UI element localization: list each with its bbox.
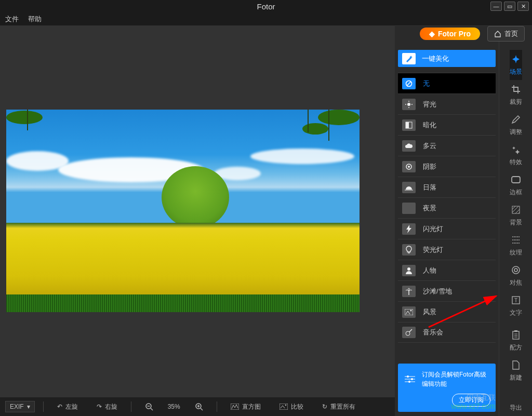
zoom-in-button[interactable]	[190, 400, 208, 413]
scene-item-backlight[interactable]: 背光	[398, 93, 496, 114]
svg-rect-56	[514, 330, 517, 332]
clipboard-icon	[510, 329, 522, 341]
window-minimize-button[interactable]: —	[490, 2, 502, 11]
svg-point-49	[518, 239, 520, 240]
svg-point-43	[515, 239, 516, 240]
rail-item-crop[interactable]: 裁剪	[510, 80, 522, 110]
rotate-left-button[interactable]: ↶ 左旋	[52, 400, 83, 413]
promo-card: 订阅会员解锁Fotor高级编辑功能 立即订阅	[398, 364, 496, 412]
top-right-bar: ◆ Fotor Pro 首页	[420, 26, 525, 42]
window-maximize-button[interactable]: ▭	[504, 2, 515, 11]
rail-item-label: 裁剪	[510, 98, 522, 106]
svg-point-31	[411, 378, 413, 380]
scene-item-label: 荧光灯	[423, 245, 443, 254]
scene-item-portrait[interactable]: 人物	[398, 260, 496, 280]
svg-point-9	[285, 405, 286, 406]
scene-item-fluorescent[interactable]: 荧光灯	[398, 239, 496, 260]
scene-item-none[interactable]: 无	[398, 73, 496, 93]
reset-button[interactable]: ↻ 重置所有	[317, 400, 361, 413]
zoom-group: 35%	[140, 400, 208, 413]
compare-button[interactable]: 比较	[274, 400, 309, 413]
rail-item-focus[interactable]: 对焦	[510, 261, 522, 291]
svg-point-51	[512, 266, 520, 274]
rail-item-label: 背景	[510, 218, 522, 227]
rail-item-adjust[interactable]: 调整	[510, 110, 522, 140]
workspace: EXIF ▾ ↶ 左旋 ↷ 右旋 35%	[0, 26, 532, 416]
rail-item-text[interactable]: T文字	[510, 291, 522, 321]
scene-item-label: 阴影	[423, 162, 436, 171]
rail-item-effect[interactable]: 特效	[510, 140, 522, 170]
scene-header-label: 一键美化	[422, 54, 449, 63]
rotate-right-button[interactable]: ↷ 右旋	[91, 400, 123, 413]
rail-item-label: 文字	[510, 308, 522, 317]
window-close-button[interactable]: ✕	[517, 2, 529, 11]
svg-point-50	[518, 243, 520, 244]
rail-item-label: 纹理	[510, 248, 522, 257]
pencil-icon	[510, 114, 522, 125]
scene-item-label: 沙滩/雪地	[423, 287, 452, 296]
scene-item-landscape[interactable]: 风景	[398, 301, 496, 322]
scene-header[interactable]: 一键美化	[398, 50, 496, 67]
menu-file[interactable]: 文件	[5, 15, 19, 24]
rail-item-label: 配方	[510, 343, 522, 352]
landscape-icon	[402, 306, 416, 318]
exif-button[interactable]: EXIF ▾	[5, 401, 35, 412]
svg-rect-34	[512, 177, 520, 183]
fotor-pro-button[interactable]: ◆ Fotor Pro	[420, 28, 480, 40]
histogram-button[interactable]: 直方图	[225, 400, 266, 413]
person-icon	[402, 265, 416, 276]
rail-item-export[interactable]: 导出	[510, 386, 522, 416]
scene-item-beach[interactable]: 沙滩/雪地	[398, 280, 496, 301]
text-icon: T	[510, 294, 522, 306]
home-icon	[494, 30, 501, 37]
zoom-out-button[interactable]	[140, 400, 158, 413]
rail-item-bg[interactable]: 背景	[510, 200, 522, 231]
scene-list: 无背光暗化多云阴影日落夜景闪光灯荧光灯人物沙滩/雪地风景音乐会	[398, 73, 496, 343]
rail-item-border[interactable]: 边框	[510, 170, 522, 200]
photo-canvas[interactable]	[6, 110, 360, 312]
svg-point-48	[518, 236, 520, 237]
scene-item-sunset[interactable]: 日落	[398, 177, 496, 197]
svg-point-12	[407, 103, 410, 106]
crop-icon	[510, 84, 522, 95]
	[510, 390, 522, 401]
svg-point-36	[512, 236, 513, 237]
menu-help[interactable]: 帮助	[28, 15, 42, 24]
scene-item-concert[interactable]: 音乐会	[398, 322, 496, 343]
exif-label: EXIF	[10, 403, 24, 410]
scene-item-label: 风景	[423, 307, 436, 317]
shadow-icon	[402, 161, 416, 172]
canvas-column: EXIF ▾ ↶ 左旋 ↷ 右旋 35%	[0, 26, 395, 416]
rail-item-label: 特效	[510, 158, 522, 167]
svg-rect-7	[231, 404, 239, 410]
scene-item-label: 闪光灯	[423, 224, 443, 234]
bulb-icon	[402, 244, 416, 256]
pro-label: Fotor Pro	[438, 30, 471, 38]
rail-item-texture[interactable]: 纹理	[510, 231, 522, 261]
target-icon	[510, 264, 522, 276]
scene-item-night[interactable]: 夜景	[398, 197, 496, 218]
sunset-icon	[402, 182, 416, 193]
hatch-icon	[510, 204, 522, 216]
scene-item-cloudy[interactable]: 多云	[398, 135, 496, 156]
scene-item-darken[interactable]: 暗化	[398, 114, 496, 135]
guitar-icon	[402, 327, 416, 338]
rail-item-recipe[interactable]: 配方	[510, 326, 522, 356]
grid-icon	[510, 234, 522, 246]
home-button[interactable]: 首页	[487, 26, 525, 42]
zoom-value[interactable]: 35%	[168, 403, 180, 410]
magic-wand-icon	[402, 53, 416, 64]
scene-item-flash[interactable]: 闪光灯	[398, 218, 496, 239]
svg-point-41	[514, 243, 515, 244]
rail-item-label: 场景	[510, 68, 522, 76]
scene-item-label: 日落	[423, 183, 436, 192]
rail-item-scene[interactable]: 场景	[510, 50, 522, 80]
home-label: 首页	[504, 29, 518, 38]
promo-subscribe-button[interactable]: 立即订阅	[452, 394, 490, 407]
rect-icon	[510, 174, 522, 185]
app-title: Fotor	[257, 2, 275, 11]
svg-point-29	[407, 375, 409, 378]
rail-item-new[interactable]: 新建	[510, 356, 522, 386]
scene-item-shadow[interactable]: 阴影	[398, 156, 496, 177]
zoom-out-icon	[145, 402, 153, 411]
